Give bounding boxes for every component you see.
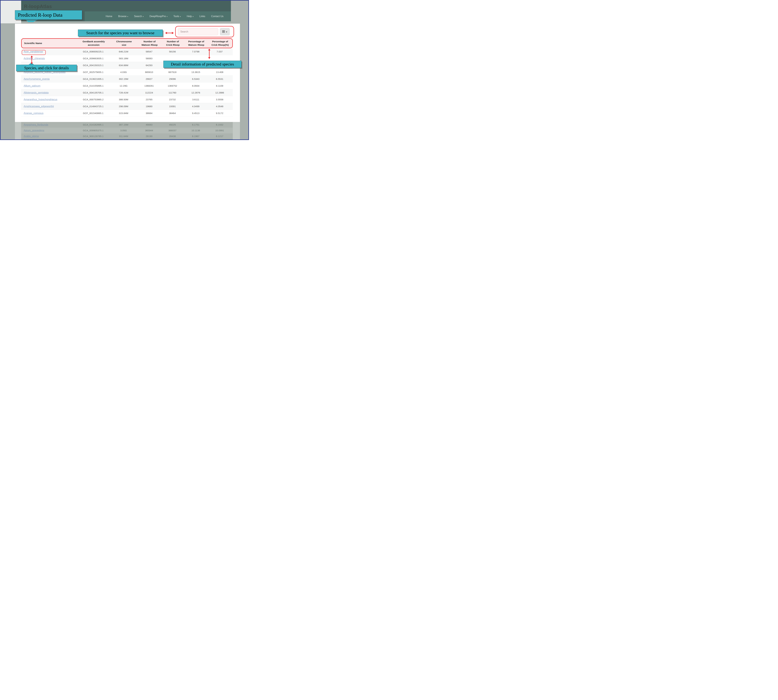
table-header-row: Scientific Name GenBank assemblyaccessio… [21,38,233,48]
cell-watson-count: 112224 [137,91,161,94]
caret-down-icon: ▾ [127,15,128,18]
species-link[interactable]: Amphicarpaea_edgeworthii [23,105,54,108]
cell-crick-count: 1369752 [161,85,184,87]
caret-down-icon: ▾ [193,15,194,18]
column-header-label: Number of [138,40,161,43]
species-link[interactable]: Arabis_alpina [23,135,39,138]
table-row: Acer_yangbiense GCA_008009225.1 646.21M … [21,48,233,55]
nav-item-label: Contact Us [211,15,224,18]
table-footer-bar [21,139,233,140]
cell-genbank: GCA_013621005.1 [77,78,110,80]
search-annotation-box [175,26,234,37]
cell-watson-pct: 3.6111 [184,98,207,101]
cell-chromosome-size: 728.41M [110,91,137,94]
species-link[interactable]: Alloteropsis_semialata [23,91,48,94]
column-header-crick-rloop-pct[interactable]: Percentage ofCrick Rloop(%) [208,39,232,48]
cell-scientific-name: Aeschynomene_evenia [21,77,77,81]
cell-crick-pct: 6.5531 [207,78,232,80]
cell-scientific-name: Apium_graveolens [21,129,77,132]
species-link[interactable]: Amaranthus_hypochondriacus [23,98,57,101]
column-header-label: Crick Rloop(%) [208,43,232,47]
cell-crick-pct: 8.1109 [207,85,232,87]
column-header-genbank-accession[interactable]: GenBank assemblyaccession [77,39,110,48]
nav-item-label: DeepRloopPre [150,15,166,18]
cell-crick-pct: 9.5172 [207,112,232,115]
column-header-crick-rloop-count[interactable]: Number ofCrick Rloop [161,39,185,48]
species-link[interactable]: Actinidia_chinensis [23,57,45,60]
callout-text: Predicted R-loop Data [18,12,62,18]
main-nav: Home Browse ▾ Search ▾ DeepRloopPre ▾ To… [85,12,231,21]
table-row: Amphicarpaea_edgeworthii GCA_014843725.1… [21,103,233,110]
double-arrow-horizontal-icon [165,31,174,35]
nav-item[interactable]: Help ▾ [187,15,194,18]
cell-watson-count: 28190 [137,135,161,138]
column-header-label: accession [77,43,110,47]
species-table: Scientific Name GenBank assemblyaccessio… [21,38,233,117]
cell-chromosome-size: 646.21M [110,50,137,53]
cell-watson-count: 58547 [137,50,161,53]
cell-genbank: GCA_900128785.1 [77,135,110,138]
cell-genbank: GCA_009905375.1 [77,129,110,132]
cell-crick-count: 29096 [161,78,184,80]
cell-crick-count: 19391 [161,105,184,108]
cell-chromosome-size: 388.93M [110,98,137,101]
species-table-dimmed: Angophora_floribunda GCA_014182895.1 387… [21,122,233,139]
column-header-watson-rloop-count[interactable]: Number ofWatson Rloop [138,39,161,48]
nav-item[interactable]: Contact Us [211,15,224,18]
callout-predicted-rloop-data: Predicted R-loop Data [15,10,82,20]
cell-watson-pct: 6.5343 [184,78,207,80]
species-link[interactable]: Allium_sativum [23,84,40,88]
cell-crick-count: 111760 [161,91,184,94]
species-link[interactable]: Aeschynomene_evenia [23,77,50,81]
column-header-chromosome-size[interactable]: Chromosomesize [110,39,138,48]
cell-watson-count: 49083 [137,123,161,126]
cell-crick-count: 58156 [161,50,184,53]
cell-watson-count: 58083 [137,57,161,60]
cell-scientific-name: Ananas_comosus [21,112,77,115]
column-header-label: Percentage of [208,40,232,43]
cell-crick-count: 23732 [161,98,184,101]
cell-watson-pct: 8.0934 [184,85,207,87]
table-row: Angophora_floribunda GCA_014182895.1 387… [21,122,233,128]
species-link[interactable]: Ananas_comosus [23,112,43,115]
cell-genbank: GCA_014843725.1 [77,105,110,108]
cell-chromosome-size: 634.66M [110,64,137,67]
nav-item[interactable]: Search ▾ [134,15,144,18]
nav-item[interactable]: Home [106,15,112,18]
nav-item[interactable]: Tools ▾ [174,15,181,18]
callout-text: Search for the species you want to brows… [86,31,154,35]
cell-watson-pct: 12.2876 [184,91,207,94]
species-link[interactable]: Angophora_floribunda [23,123,48,127]
nav-item[interactable]: Links [199,15,205,18]
cell-genbank: GCA_008009225.1 [77,50,110,53]
column-header-label: Number of [161,40,185,43]
nav-item[interactable]: DeepRloopPre ▾ [150,15,167,18]
nav-item-label: Help [187,15,192,18]
column-header-scientific-name[interactable]: Scientific Name [22,39,77,48]
cell-watson-pct: 7.0798 [184,50,207,53]
table-row: Aeschynomene_evenia GCA_013621005.1 302.… [21,76,233,82]
cell-crick-count: 38464 [161,112,184,115]
cell-crick-count: 28438 [161,135,184,138]
cell-genbank: GCA_014182895.1 [77,123,110,126]
cell-chromosome-size: 302.15M [110,78,137,80]
cell-watson-count: 23765 [137,98,161,101]
species-link[interactable]: Apium_graveolens [23,129,44,132]
caret-down-icon: ▾ [167,15,168,18]
table-row: Arabis_alpina GCA_900128785.1 311.64M 28… [21,133,233,139]
cell-scientific-name: Arabis_alpina [21,135,77,138]
callout-search-hint: Search for the species you want to brows… [78,30,163,37]
nav-item[interactable]: Browse ▾ [118,15,128,18]
cell-scientific-name: Amphicarpaea_edgeworthii [21,105,77,108]
cell-chromosome-size: 4.03G [110,71,137,73]
column-header-label: Watson Rloop [185,43,208,47]
cell-crick-count: 366037 [161,129,184,132]
caret-down-icon: ▾ [143,15,144,18]
double-arrow-vertical-icon [207,48,211,60]
column-header-watson-rloop-pct[interactable]: Percentage ofWatson Rloop [185,39,208,48]
cell-watson-count: 1368261 [137,85,161,87]
cell-crick-pct: 8.1932 [207,123,232,126]
cell-crick-pct: 7.037 [207,50,232,53]
nav-item-label: Tools [174,15,179,18]
cell-crick-count: 667918 [161,71,184,73]
